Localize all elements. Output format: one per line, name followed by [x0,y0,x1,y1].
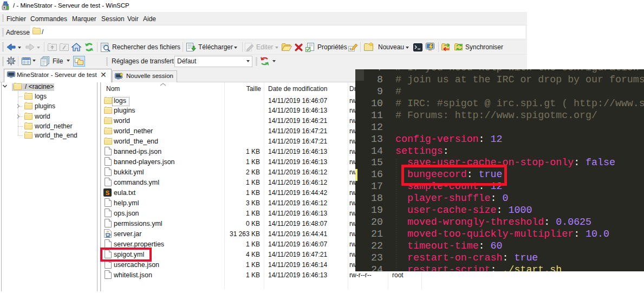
svg-text:S: S [106,190,109,196]
svg-text:x̂: x̂ [349,47,352,51]
